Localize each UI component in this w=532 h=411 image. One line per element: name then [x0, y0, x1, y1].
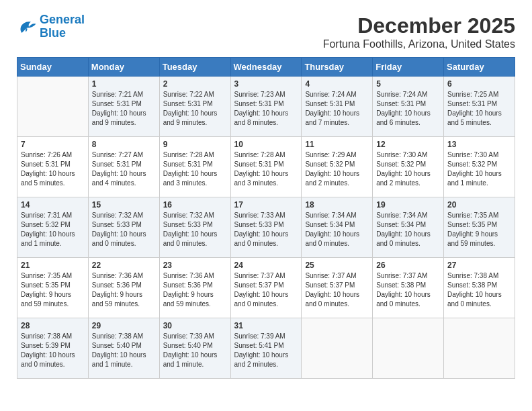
month-title: December 2025: [323, 13, 515, 38]
day-info: Sunrise: 7:38 AM Sunset: 5:39 PM Dayligh…: [21, 332, 85, 369]
week-row-5: 28Sunrise: 7:38 AM Sunset: 5:39 PM Dayli…: [17, 318, 515, 379]
day-info: Sunrise: 7:30 AM Sunset: 5:32 PM Dayligh…: [447, 150, 511, 188]
calendar-cell: 26Sunrise: 7:37 AM Sunset: 5:38 PM Dayli…: [373, 258, 444, 318]
calendar-cell: 10Sunrise: 7:28 AM Sunset: 5:31 PM Dayli…: [230, 137, 302, 197]
day-info: Sunrise: 7:35 AM Sunset: 5:35 PM Dayligh…: [447, 211, 511, 248]
logo-general: General: [40, 13, 85, 26]
day-info: Sunrise: 7:21 AM Sunset: 5:31 PM Dayligh…: [92, 90, 156, 128]
weekday-header-thursday: Thursday: [302, 58, 373, 77]
calendar-body: 1Sunrise: 7:21 AM Sunset: 5:31 PM Daylig…: [17, 77, 515, 379]
day-number: 17: [234, 200, 298, 210]
day-info: Sunrise: 7:32 AM Sunset: 5:33 PM Dayligh…: [163, 211, 227, 248]
day-info: Sunrise: 7:32 AM Sunset: 5:33 PM Dayligh…: [92, 211, 156, 248]
day-info: Sunrise: 7:38 AM Sunset: 5:38 PM Dayligh…: [447, 271, 511, 309]
day-info: Sunrise: 7:30 AM Sunset: 5:32 PM Dayligh…: [376, 150, 440, 188]
day-number: 24: [234, 261, 298, 270]
day-number: 9: [163, 140, 227, 149]
weekday-header-friday: Friday: [373, 58, 444, 77]
day-number: 25: [305, 261, 369, 270]
calendar-cell: 19Sunrise: 7:34 AM Sunset: 5:34 PM Dayli…: [373, 197, 444, 258]
day-number: 19: [376, 200, 440, 210]
weekday-header-wednesday: Wednesday: [230, 58, 302, 77]
calendar-cell: 2Sunrise: 7:22 AM Sunset: 5:31 PM Daylig…: [159, 77, 230, 137]
day-info: Sunrise: 7:23 AM Sunset: 5:31 PM Dayligh…: [234, 90, 298, 128]
calendar-cell: 9Sunrise: 7:28 AM Sunset: 5:31 PM Daylig…: [159, 137, 230, 197]
calendar-cell: 13Sunrise: 7:30 AM Sunset: 5:32 PM Dayli…: [444, 137, 515, 197]
weekday-header-monday: Monday: [88, 58, 159, 77]
calendar-cell: 4Sunrise: 7:24 AM Sunset: 5:31 PM Daylig…: [302, 77, 373, 137]
week-row-4: 21Sunrise: 7:35 AM Sunset: 5:35 PM Dayli…: [17, 258, 515, 318]
day-number: 4: [305, 79, 369, 89]
logo-blue: Blue: [40, 26, 66, 40]
calendar-cell: 8Sunrise: 7:27 AM Sunset: 5:31 PM Daylig…: [88, 137, 159, 197]
day-number: 14: [21, 200, 85, 210]
week-row-1: 1Sunrise: 7:21 AM Sunset: 5:31 PM Daylig…: [17, 77, 515, 137]
day-info: Sunrise: 7:34 AM Sunset: 5:34 PM Dayligh…: [376, 211, 440, 248]
day-number: 12: [376, 140, 440, 149]
day-number: 15: [92, 200, 156, 210]
calendar-cell: [17, 77, 89, 137]
logo-icon: [17, 19, 37, 35]
calendar-cell: 20Sunrise: 7:35 AM Sunset: 5:35 PM Dayli…: [444, 197, 515, 258]
calendar-cell: 17Sunrise: 7:33 AM Sunset: 5:33 PM Dayli…: [230, 197, 302, 258]
day-info: Sunrise: 7:27 AM Sunset: 5:31 PM Dayligh…: [92, 150, 156, 188]
day-info: Sunrise: 7:34 AM Sunset: 5:34 PM Dayligh…: [305, 211, 369, 248]
calendar-cell: 1Sunrise: 7:21 AM Sunset: 5:31 PM Daylig…: [88, 77, 159, 137]
day-number: 6: [447, 79, 511, 89]
calendar-cell: 7Sunrise: 7:26 AM Sunset: 5:31 PM Daylig…: [17, 137, 89, 197]
day-number: 22: [92, 261, 156, 270]
location-title: Fortuna Foothills, Arizona, United State…: [323, 38, 515, 50]
calendar-cell: 31Sunrise: 7:39 AM Sunset: 5:41 PM Dayli…: [230, 318, 302, 379]
day-info: Sunrise: 7:24 AM Sunset: 5:31 PM Dayligh…: [305, 90, 369, 128]
logo: General Blue: [17, 13, 85, 40]
weekday-header-row: SundayMondayTuesdayWednesdayThursdayFrid…: [17, 58, 515, 77]
day-number: 2: [163, 79, 227, 89]
weekday-header-saturday: Saturday: [444, 58, 515, 77]
weekday-header-sunday: Sunday: [17, 58, 89, 77]
day-number: 20: [447, 200, 511, 210]
day-number: 29: [92, 321, 156, 330]
day-number: 13: [447, 140, 511, 149]
day-number: 28: [21, 321, 85, 330]
calendar-cell: 14Sunrise: 7:31 AM Sunset: 5:32 PM Dayli…: [17, 197, 89, 258]
calendar-cell: 22Sunrise: 7:36 AM Sunset: 5:36 PM Dayli…: [88, 258, 159, 318]
calendar-cell: 21Sunrise: 7:35 AM Sunset: 5:35 PM Dayli…: [17, 258, 89, 318]
day-number: 30: [163, 321, 227, 330]
day-info: Sunrise: 7:33 AM Sunset: 5:33 PM Dayligh…: [234, 211, 298, 248]
day-info: Sunrise: 7:29 AM Sunset: 5:32 PM Dayligh…: [305, 150, 369, 188]
day-number: 31: [234, 321, 298, 330]
day-info: Sunrise: 7:25 AM Sunset: 5:31 PM Dayligh…: [447, 90, 511, 128]
day-info: Sunrise: 7:22 AM Sunset: 5:31 PM Dayligh…: [163, 90, 227, 128]
day-info: Sunrise: 7:39 AM Sunset: 5:40 PM Dayligh…: [163, 332, 227, 369]
day-number: 27: [447, 261, 511, 270]
week-row-3: 14Sunrise: 7:31 AM Sunset: 5:32 PM Dayli…: [17, 197, 515, 258]
day-number: 26: [376, 261, 440, 270]
week-row-2: 7Sunrise: 7:26 AM Sunset: 5:31 PM Daylig…: [17, 137, 515, 197]
title-area: December 2025 Fortuna Foothills, Arizona…: [323, 13, 515, 50]
calendar-cell: 18Sunrise: 7:34 AM Sunset: 5:34 PM Dayli…: [302, 197, 373, 258]
day-info: Sunrise: 7:35 AM Sunset: 5:35 PM Dayligh…: [21, 271, 85, 309]
day-info: Sunrise: 7:36 AM Sunset: 5:36 PM Dayligh…: [92, 271, 156, 309]
day-number: 10: [234, 140, 298, 149]
calendar-cell: 25Sunrise: 7:37 AM Sunset: 5:37 PM Dayli…: [302, 258, 373, 318]
calendar-cell: 28Sunrise: 7:38 AM Sunset: 5:39 PM Dayli…: [17, 318, 89, 379]
calendar-cell: 11Sunrise: 7:29 AM Sunset: 5:32 PM Dayli…: [302, 137, 373, 197]
calendar-cell: 15Sunrise: 7:32 AM Sunset: 5:33 PM Dayli…: [88, 197, 159, 258]
day-info: Sunrise: 7:31 AM Sunset: 5:32 PM Dayligh…: [21, 211, 85, 248]
calendar-cell: 6Sunrise: 7:25 AM Sunset: 5:31 PM Daylig…: [444, 77, 515, 137]
calendar-cell: 29Sunrise: 7:38 AM Sunset: 5:40 PM Dayli…: [88, 318, 159, 379]
day-number: 7: [21, 140, 85, 149]
day-info: Sunrise: 7:38 AM Sunset: 5:40 PM Dayligh…: [92, 332, 156, 369]
day-number: 3: [234, 79, 298, 89]
calendar-table: SundayMondayTuesdayWednesdayThursdayFrid…: [17, 57, 515, 379]
day-info: Sunrise: 7:28 AM Sunset: 5:31 PM Dayligh…: [163, 150, 227, 188]
calendar-cell: 27Sunrise: 7:38 AM Sunset: 5:38 PM Dayli…: [444, 258, 515, 318]
calendar-cell: 12Sunrise: 7:30 AM Sunset: 5:32 PM Dayli…: [373, 137, 444, 197]
day-number: 18: [305, 200, 369, 210]
calendar-cell: 5Sunrise: 7:24 AM Sunset: 5:31 PM Daylig…: [373, 77, 444, 137]
weekday-header-tuesday: Tuesday: [159, 58, 230, 77]
day-number: 21: [21, 261, 85, 270]
day-info: Sunrise: 7:37 AM Sunset: 5:38 PM Dayligh…: [376, 271, 440, 309]
day-number: 23: [163, 261, 227, 270]
calendar-cell: 3Sunrise: 7:23 AM Sunset: 5:31 PM Daylig…: [230, 77, 302, 137]
